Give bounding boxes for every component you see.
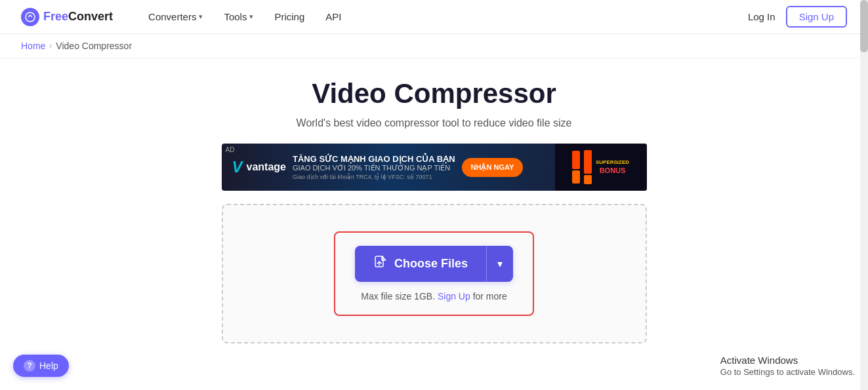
main-header: FreeConvert Converters ▾ Tools ▾ Pricing… — [0, 0, 868, 34]
windows-activate-title: Activate Windows — [720, 355, 855, 366]
max-file-size-text: Max file size 1GB. Sign Up for more — [361, 291, 507, 302]
help-icon: ? — [24, 360, 35, 372]
page-subtitle: World's best video compressor tool to re… — [297, 117, 572, 129]
logo-text: FreeConvert — [43, 10, 113, 24]
choose-files-button[interactable]: Choose Files — [355, 246, 486, 282]
windows-activate-overlay: Activate Windows Go to Settings to activ… — [720, 355, 855, 377]
nav-pricing[interactable]: Pricing — [265, 6, 314, 28]
scrollbar-thumb[interactable] — [860, 0, 868, 52]
login-button[interactable]: Log In — [748, 11, 775, 22]
choose-files-dropdown-button[interactable]: ▾ — [486, 246, 513, 282]
vantage-v-icon: V — [232, 158, 243, 176]
logo-icon — [21, 8, 39, 26]
converters-chevron-icon: ▾ — [199, 12, 203, 21]
ad-right-section: SUPERSIZED BONUS — [555, 144, 647, 191]
svg-point-0 — [26, 12, 35, 22]
dropdown-arrow-icon: ▾ — [497, 258, 503, 270]
ad-banner: AD V vantage TĂNG SỨC MẠNH GIAO DỊCH CỦA… — [222, 144, 647, 191]
nav-converters[interactable]: Converters ▾ — [139, 6, 212, 28]
breadcrumb: Home › Video Compressor — [0, 34, 868, 58]
upload-file-icon — [373, 255, 388, 273]
choose-files-btn-group: Choose Files ▾ — [355, 246, 513, 282]
logo[interactable]: FreeConvert — [21, 8, 113, 26]
upload-container: Choose Files ▾ Max file size 1GB. Sign U… — [222, 204, 647, 343]
help-label: Help — [39, 361, 58, 371]
help-button[interactable]: ? Help — [13, 355, 69, 377]
breadcrumb-separator: › — [49, 41, 52, 50]
vantage-logo: V vantage — [232, 158, 286, 176]
ad-left-section: V vantage TĂNG SỨC MẠNH GIAO DỊCH CỦA BẠ… — [222, 154, 555, 180]
signup-button[interactable]: Sign Up — [786, 6, 847, 28]
ad-text-block: TĂNG SỨC MẠNH GIAO DỊCH CỦA BẠN GIAO DỊC… — [293, 154, 455, 180]
main-content: Video Compressor World's best video comp… — [0, 58, 868, 357]
nav-api[interactable]: API — [316, 6, 350, 28]
signup-link[interactable]: Sign Up — [438, 291, 470, 302]
breadcrumb-home[interactable]: Home — [21, 41, 45, 51]
header-actions: Log In Sign Up — [748, 6, 847, 28]
choose-files-wrapper: Choose Files ▾ Max file size 1GB. Sign U… — [334, 231, 534, 316]
page-title: Video Compressor — [312, 78, 556, 109]
nav-tools[interactable]: Tools ▾ — [215, 6, 262, 28]
choose-files-label: Choose Files — [394, 257, 468, 271]
windows-activate-subtitle: Go to Settings to activate Windows. — [720, 367, 855, 377]
tools-chevron-icon: ▾ — [249, 12, 253, 21]
ad-fine-print: Giao dịch với tài khoản TRC4, tỷ lệ VFSC… — [293, 174, 455, 180]
scrollbar[interactable] — [860, 0, 868, 390]
ad-main-text: TĂNG SỨC MẠNH GIAO DỊCH CỦA BẠN — [293, 154, 455, 164]
ad-sub-text: GIAO DỊCH VỚI 20% TIỀN THƯỞNG NẠP TIỀN — [293, 164, 455, 172]
breadcrumb-current: Video Compressor — [56, 41, 132, 51]
vantage-brand-name: vantage — [247, 161, 286, 173]
main-nav: Converters ▾ Tools ▾ Pricing API — [139, 6, 748, 28]
ad-cta-button[interactable]: NHẬN NGAY — [462, 158, 524, 177]
ad-label: AD — [226, 146, 235, 153]
